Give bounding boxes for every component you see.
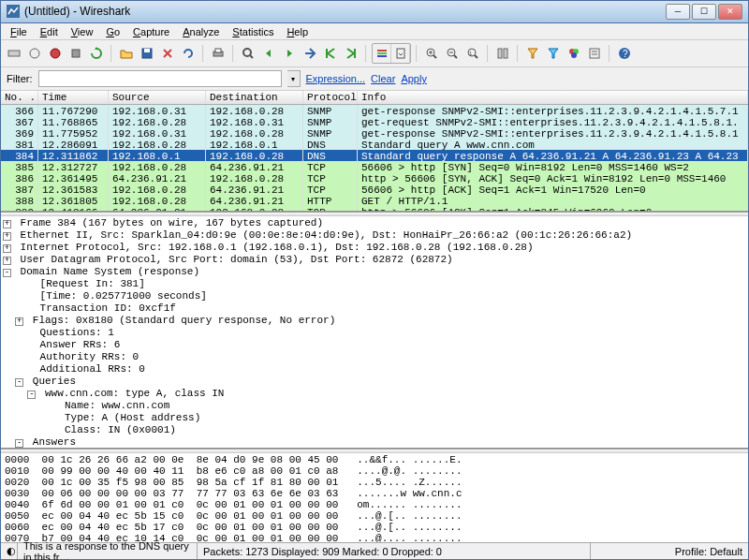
tb-start-icon[interactable] [46,44,65,63]
expand-icon[interactable]: - [15,378,23,387]
packet-row[interactable]: 36911.775952192.168.0.31192.168.0.28SNMP… [1,127,748,139]
tb-zoomin-icon[interactable] [422,44,441,63]
status-icon[interactable]: ◐ [1,543,18,559]
tb-first-icon[interactable] [321,44,340,63]
tb-close-icon[interactable] [158,44,177,63]
tb-find-icon[interactable] [239,44,257,63]
tree-line[interactable]: + Flags: 0x8180 (Standard query response… [3,315,746,327]
menu-statistics[interactable]: Statistics [227,24,279,39]
tree-line[interactable]: - Queries [3,376,746,388]
menu-capture[interactable]: Capture [127,24,175,39]
status-profile[interactable]: Profile: Default [669,543,748,559]
clear-button[interactable]: Clear [371,73,395,84]
tree-line[interactable]: - Domain Name System (response) [3,266,746,278]
packet-row[interactable]: 38412.311862192.168.0.1192.168.0.28DNSSt… [1,150,748,161]
hex-line[interactable]: 0050 ec 00 04 40 ec 5b 15 c0 0c 00 01 00… [5,510,744,522]
tree-line[interactable]: Additional RRs: 0 [3,363,746,376]
tb-print-icon[interactable] [209,44,228,63]
hex-line[interactable]: 0000 00 1c 26 26 66 a2 00 0e 8e 04 d0 9e… [5,454,744,465]
expand-icon[interactable]: - [27,391,36,399]
tb-last-icon[interactable] [342,44,360,63]
tree-line[interactable]: Name: www.cnn.com [3,400,746,412]
col-header-time[interactable]: Time [38,91,109,104]
tree-line[interactable]: Transaction ID: 0xcf1f [3,302,746,315]
hex-line[interactable]: 0030 00 06 00 00 00 00 03 77 77 77 03 63… [5,488,744,499]
packet-row[interactable]: 38912.41316664.236.91.21192.168.0.28TCPh… [1,206,748,213]
tree-line[interactable]: Authority RRs: 0 [3,351,746,363]
tree-line[interactable]: - Answers [3,436,746,449]
expand-icon[interactable]: + [3,232,11,241]
tb-back-icon[interactable] [259,44,278,63]
tb-reload-icon[interactable] [179,44,198,63]
col-header-source[interactable]: Source [109,91,206,104]
minimize-button[interactable]: ─ [666,4,690,20]
hex-line[interactable]: 0060 ec 00 04 40 ec 5b 17 c0 0c 00 01 00… [5,522,744,533]
tb-resize-cols-icon[interactable] [493,44,512,63]
maximize-button[interactable]: ☐ [692,4,716,20]
hex-line[interactable]: 0040 6f 6d 00 00 01 00 01 c0 0c 00 01 00… [5,499,744,510]
tb-restart-icon[interactable] [87,44,106,63]
tb-interfaces-icon[interactable] [5,44,23,63]
close-button[interactable]: ✕ [718,4,742,20]
packet-bytes-pane[interactable]: 0000 00 1c 26 26 66 a2 00 0e 8e 04 d0 9e… [1,453,748,542]
tree-line[interactable]: Type: A (Host address) [3,412,746,424]
packet-row[interactable]: 38812.361805192.168.0.2864.236.91.21HTTP… [1,195,748,206]
tree-line[interactable]: Questions: 1 [3,327,746,339]
packet-row[interactable]: 38112.286091192.168.0.28192.168.0.1DNSSt… [1,139,748,150]
apply-button[interactable]: Apply [401,73,427,84]
tree-line[interactable]: Answer RRs: 6 [3,339,746,351]
tb-dispfilter-icon[interactable] [544,44,563,63]
tb-open-icon[interactable] [117,44,136,63]
packet-row[interactable]: 36711.768865192.168.0.28192.168.0.31SNMP… [1,116,748,127]
expand-icon[interactable]: + [3,244,11,253]
menu-edit[interactable]: Edit [35,24,64,39]
expand-icon[interactable]: + [3,257,11,265]
tree-line[interactable]: + Internet Protocol, Src: 192.168.0.1 (1… [3,242,746,254]
menu-analyze[interactable]: Analyze [177,24,225,39]
expand-icon[interactable]: - [15,439,23,448]
expand-icon[interactable]: + [3,220,11,228]
svg-rect-25 [498,49,502,58]
expand-icon[interactable]: + [15,317,23,326]
hex-line[interactable]: 0020 00 1c 00 35 f5 98 00 85 98 5a cf 1f… [5,477,744,488]
tb-stop-icon[interactable] [66,44,85,63]
tree-line[interactable]: Class: IN (0x0001) [3,424,746,436]
tb-zoom100-icon[interactable]: 1 [463,44,482,63]
col-header-no[interactable]: No. . [1,91,38,104]
col-header-destination[interactable]: Destination [206,91,303,104]
col-header-protocol[interactable]: Protocol [303,91,358,104]
packet-details-pane[interactable]: + Frame 384 (167 bytes on wire, 167 byte… [1,216,748,449]
menu-view[interactable]: View [66,24,99,39]
hex-line[interactable]: 0010 00 99 00 00 40 00 40 11 b8 e6 c0 a8… [5,465,744,477]
expand-icon[interactable]: - [3,269,11,277]
packet-list-pane[interactable]: No. . Time Source Destination Protocol I… [1,91,748,213]
tree-line[interactable]: + Ethernet II, Src: Sparklan_04:d0:9e (0… [3,229,746,242]
packet-row[interactable]: 38612.36149564.236.91.21192.168.0.28TCPh… [1,172,748,184]
tb-save-icon[interactable] [138,44,156,63]
col-header-info[interactable]: Info [358,91,748,104]
menu-go[interactable]: Go [100,24,125,39]
packet-row[interactable]: 38512.312727192.168.0.2864.236.91.21TCP5… [1,161,748,172]
tb-help-icon[interactable]: ? [615,44,634,63]
tree-line[interactable]: - www.cnn.com: type A, class IN [3,388,746,400]
tb-goto-icon[interactable] [301,44,319,63]
tb-capfilter-icon[interactable] [523,44,542,63]
expression-button[interactable]: Expression... [306,73,366,84]
filter-dropdown-icon[interactable]: ▾ [287,70,301,87]
tb-zoomout-icon[interactable] [443,44,462,63]
menu-help[interactable]: Help [281,24,314,39]
tb-options-icon[interactable] [25,44,44,63]
tree-line[interactable]: [Time: 0.025771000 seconds] [3,290,746,302]
tb-prefs-icon[interactable] [585,44,604,63]
tb-colorize-icon[interactable] [373,44,391,63]
menu-file[interactable]: File [5,24,33,39]
filter-input[interactable] [38,70,282,87]
packet-row[interactable]: 36611.767290192.168.0.31192.168.0.28SNMP… [1,105,748,116]
tb-forward-icon[interactable] [280,44,299,63]
packet-row[interactable]: 38712.361583192.168.0.2864.236.91.21TCP5… [1,184,748,195]
tree-line[interactable]: + User Datagram Protocol, Src Port: doma… [3,254,746,266]
tb-coloring-icon[interactable] [565,44,583,63]
tb-autoscroll-icon[interactable] [391,44,410,63]
tree-line[interactable]: + Frame 384 (167 bytes on wire, 167 byte… [3,217,746,229]
tree-line[interactable]: [Request In: 381] [3,278,746,290]
